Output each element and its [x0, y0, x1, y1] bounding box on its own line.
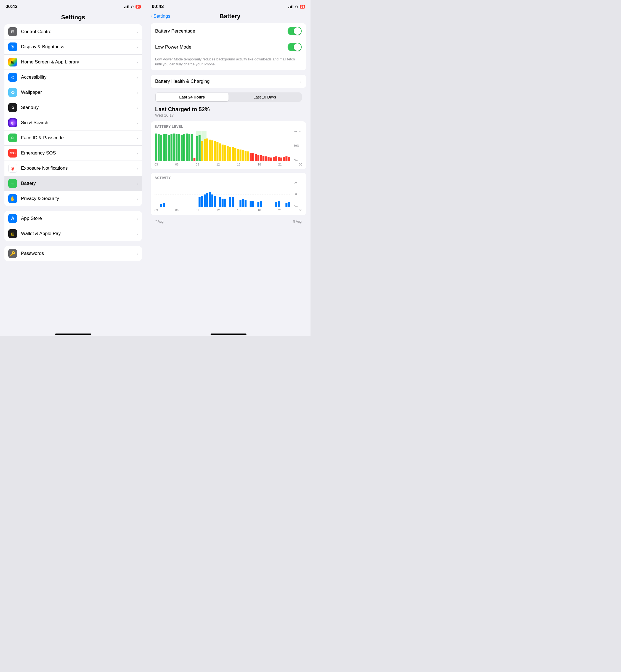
svg-rect-6	[158, 134, 160, 161]
svg-rect-67	[163, 203, 165, 207]
settings-item-standby[interactable]: ⊘ StandBy ›	[4, 100, 142, 115]
chevron-icon: ›	[137, 75, 138, 80]
x-label-09: 09	[196, 163, 199, 166]
x-label-21: 21	[278, 163, 282, 166]
svg-rect-26	[209, 140, 211, 161]
battery-percentage-row[interactable]: Battery Percentage	[151, 23, 306, 39]
settings-item-privacy[interactable]: ✋ Privacy & Security ›	[4, 191, 142, 206]
svg-rect-54	[280, 158, 282, 161]
x-label-15: 15	[237, 209, 240, 212]
svg-rect-33	[226, 146, 229, 161]
back-label: Settings	[154, 13, 170, 19]
settings-item-display-brightness[interactable]: ☀ Display & Brightness ›	[4, 39, 142, 55]
settings-section-store: A App Store › ▤ Wallet & Apple Pay ›	[4, 211, 142, 241]
low-power-mode-row[interactable]: Low Power Mode	[151, 39, 306, 55]
chevron-icon: ›	[137, 216, 138, 221]
settings-item-battery[interactable]: ▭ Battery ›	[4, 176, 142, 191]
battery-percentage-toggle[interactable]	[288, 27, 302, 35]
svg-rect-52	[275, 156, 277, 161]
chevron-icon: ›	[137, 30, 138, 34]
svg-rect-39	[242, 150, 244, 161]
toggles-card: Battery Percentage Low Power Mode Low Po…	[151, 23, 306, 70]
last-charged-sub: Wed 16:17	[155, 113, 302, 118]
settings-item-emergency-sos[interactable]: SOS Emergency SOS ›	[4, 146, 142, 161]
standby-label: StandBy	[21, 105, 137, 110]
svg-rect-47	[262, 156, 264, 161]
svg-rect-45	[257, 155, 259, 161]
right-status-bar: 00:43 ⊖ 14	[146, 0, 310, 11]
right-nav: ‹ Settings Battery	[146, 11, 310, 23]
svg-rect-30	[219, 143, 221, 161]
settings-item-wallet[interactable]: ▤ Wallet & Apple Pay ›	[4, 226, 142, 241]
x-label-06: 06	[175, 163, 178, 166]
svg-rect-87	[275, 202, 277, 207]
settings-item-passwords[interactable]: 🔑 Passwords ›	[4, 246, 142, 261]
x-label-00: 00	[299, 163, 302, 166]
svg-rect-23	[201, 141, 203, 161]
settings-item-control-centre[interactable]: ⊟ Control Centre ›	[4, 24, 142, 39]
back-button[interactable]: ‹ Settings	[151, 13, 170, 19]
svg-rect-89	[285, 203, 287, 207]
right-content: Battery Percentage Low Power Mode Low Po…	[146, 23, 310, 330]
svg-rect-90	[288, 202, 290, 207]
svg-rect-13	[175, 134, 177, 161]
svg-rect-74	[214, 196, 216, 207]
settings-item-siri-search[interactable]: ◎ Siri & Search ›	[4, 115, 142, 131]
svg-rect-42	[250, 153, 252, 161]
wallet-label: Wallet & Apple Pay	[21, 231, 137, 236]
wifi-icon: ⊖	[131, 5, 134, 9]
last-charged-title: Last Charged to 52%	[155, 106, 302, 113]
battery-health-row[interactable]: Battery Health & Charging ›	[151, 75, 306, 88]
svg-rect-22	[199, 135, 200, 161]
settings-item-wallpaper[interactable]: ✿ Wallpaper ›	[4, 85, 142, 100]
exposure-label: Exposure Notifications	[21, 166, 137, 171]
svg-rect-44	[255, 154, 257, 161]
left-home-indicator	[0, 330, 146, 336]
app-store-label: App Store	[21, 216, 137, 221]
svg-rect-70	[204, 194, 206, 207]
tab-last10[interactable]: Last 10 Days	[229, 93, 301, 101]
svg-rect-27	[211, 140, 213, 161]
low-power-note: Low Power Mode temporarily reduces backg…	[151, 55, 306, 70]
svg-rect-36	[234, 148, 236, 161]
svg-rect-48	[265, 156, 267, 161]
svg-rect-55	[283, 157, 285, 161]
date-labels: 7 Aug 8 Aug	[151, 219, 306, 223]
siri-search-icon: ◎	[8, 118, 17, 127]
home-bar	[211, 333, 246, 335]
tab-last24[interactable]: Last 24 Hours	[156, 93, 229, 101]
settings-item-accessibility[interactable]: ⊙ Accessibility ›	[4, 70, 142, 85]
svg-rect-49	[267, 157, 270, 161]
activity-x-labels: 03 06 09 12 15 18 21 00	[155, 208, 302, 212]
wallet-icon: ▤	[8, 229, 17, 238]
left-status-bar: 00:43 ⊖ 14	[0, 0, 146, 11]
left-status-icons: ⊖ 14	[124, 5, 141, 9]
settings-item-face-id[interactable]: ☺ Face ID & Passcode ›	[4, 131, 142, 146]
settings-item-app-store[interactable]: A App Store ›	[4, 211, 142, 226]
svg-rect-79	[232, 197, 234, 207]
siri-search-label: Siri & Search	[21, 120, 137, 126]
emergency-sos-icon: SOS	[8, 149, 17, 158]
right-home-indicator	[146, 330, 310, 336]
svg-rect-86	[260, 201, 262, 207]
chevron-icon: ›	[137, 105, 138, 110]
svg-rect-20	[194, 159, 196, 161]
home-screen-label: Home Screen & App Library	[21, 59, 137, 65]
last-charged-section: Last Charged to 52% Wed 16:17	[151, 106, 306, 119]
x-label-03: 03	[155, 209, 158, 212]
x-label-06: 06	[175, 209, 178, 212]
passwords-label: Passwords	[21, 251, 137, 256]
low-power-mode-toggle[interactable]	[288, 43, 302, 51]
svg-text:0m: 0m	[294, 205, 297, 207]
settings-section-passwords: 🔑 Passwords ›	[4, 246, 142, 261]
date-label-8aug: 8 Aug	[293, 220, 302, 223]
svg-rect-77	[224, 198, 226, 207]
right-status-icons: ⊖ 14	[288, 5, 305, 9]
control-centre-label: Control Centre	[21, 29, 137, 35]
x-label-18: 18	[257, 209, 261, 212]
settings-item-exposure[interactable]: ◉ Exposure Notifications ›	[4, 161, 142, 176]
svg-rect-84	[252, 201, 254, 207]
settings-item-home-screen[interactable]: ⊞ Home Screen & App Library ›	[4, 55, 142, 70]
time-tabs: Last 24 Hours Last 10 Days	[155, 92, 302, 102]
svg-rect-81	[242, 199, 244, 207]
